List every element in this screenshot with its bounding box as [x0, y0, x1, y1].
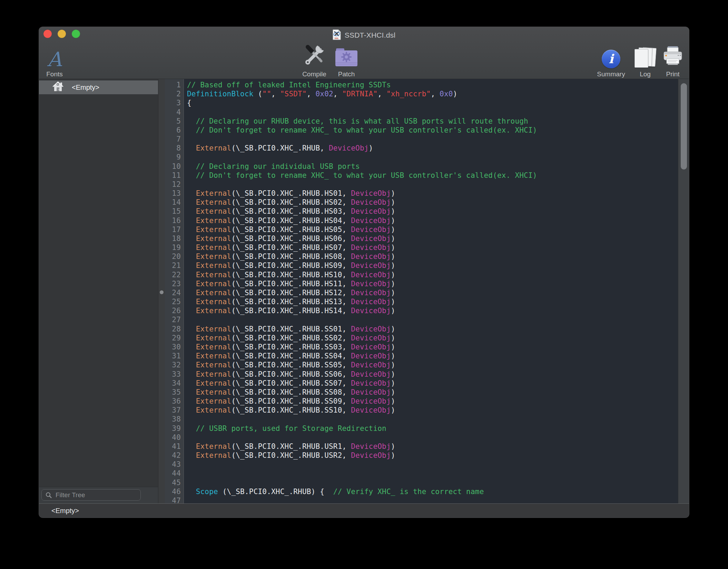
- code-line: 25 External(\_SB.PCI0.XHC_.RHUB.HS13, De…: [165, 297, 678, 306]
- line-number: 8: [165, 144, 184, 153]
- line-number: 43: [165, 460, 184, 469]
- code-line: 5 // Declaring our RHUB device, this is …: [165, 117, 678, 126]
- code-line: 26 External(\_SB.PCI0.XHC_.RHUB.HS14, De…: [165, 306, 678, 315]
- scrollbar-thumb[interactable]: [681, 83, 687, 170]
- code-text: External(\_SB.PCI0.XHC_.RHUB.HS02, Devic…: [184, 198, 395, 207]
- code-text: [184, 496, 187, 503]
- code-line: 18 External(\_SB.PCI0.XHC_.RHUB.HS06, De…: [165, 234, 678, 243]
- filter-field[interactable]: [41, 489, 141, 501]
- code-text: [184, 415, 187, 424]
- line-number: 35: [165, 388, 184, 397]
- svg-text:DSL: DSL: [335, 37, 339, 39]
- code-line: 2DefinitionBlock ("", "SSDT", 0x02, "DRT…: [165, 89, 678, 98]
- code-text: External(\_SB.PCI0.XHC_.RHUB.HS11, Devic…: [184, 279, 395, 288]
- line-number: 36: [165, 397, 184, 406]
- pane-splitter[interactable]: [158, 79, 165, 503]
- code-text: [184, 469, 187, 478]
- patch-button[interactable]: Patch: [321, 44, 372, 78]
- code-text: External(\_SB.PCI0.XHC_.RHUB.SS01, Devic…: [184, 325, 395, 334]
- code-text: External(\_SB.PCI0.XHC_.RHUB.HS10, Devic…: [184, 270, 395, 279]
- line-number: 5: [165, 117, 184, 126]
- code-text: External(\_SB.PCI0.XHC_.RHUB.USR1, Devic…: [184, 442, 395, 451]
- code-line: 12: [165, 180, 678, 189]
- code-line: 32 External(\_SB.PCI0.XHC_.RHUB.SS05, De…: [165, 360, 678, 369]
- code-text: // Declaring our RHUB device, this is wh…: [184, 117, 528, 126]
- code-text: External(\_SB.PCI0.XHC_.RHUB.HS13, Devic…: [184, 297, 395, 306]
- code-line: 11 // Don't forget to rename XHC_ to wha…: [165, 171, 678, 180]
- line-number: 16: [165, 216, 184, 225]
- code-line: 35 External(\_SB.PCI0.XHC_.RHUB.SS08, De…: [165, 388, 678, 397]
- code-line: 44: [165, 469, 678, 478]
- code-line: 6 // Don't forget to rename XHC_ to what…: [165, 126, 678, 135]
- filter-tree-input[interactable]: [55, 491, 141, 499]
- line-number: 44: [165, 469, 184, 478]
- code-line: 27: [165, 315, 678, 324]
- code-line: 8 External(\_SB.PCI0.XHC_.RHUB, DeviceOb…: [165, 144, 678, 153]
- code-text: External(\_SB.PCI0.XHC_.RHUB.USR2, Devic…: [184, 451, 395, 460]
- code-line: 36 External(\_SB.PCI0.XHC_.RHUB.SS09, De…: [165, 397, 678, 406]
- line-number: 42: [165, 451, 184, 460]
- code-line: 16 External(\_SB.PCI0.XHC_.RHUB.HS04, De…: [165, 216, 678, 225]
- titlebar-toolbar: DSL SSDT-XHCI.dsl A Fonts: [39, 27, 689, 79]
- code-text: // Don't forget to rename XHC_ to what y…: [184, 126, 537, 135]
- line-number: 27: [165, 315, 184, 324]
- line-number: 29: [165, 334, 184, 343]
- line-number: 41: [165, 442, 184, 451]
- line-number: 6: [165, 126, 184, 135]
- code-text: External(\_SB.PCI0.XHC_.RHUB.SS02, Devic…: [184, 334, 395, 343]
- code-line: 31 External(\_SB.PCI0.XHC_.RHUB.SS04, De…: [165, 351, 678, 360]
- code-text: // USBR ports, used for Storage Redirect…: [184, 424, 386, 433]
- code-line: 10 // Declaring our individual USB ports: [165, 162, 678, 171]
- line-number: 9: [165, 153, 184, 162]
- code-line: 21 External(\_SB.PCI0.XHC_.RHUB.HS09, De…: [165, 261, 678, 270]
- line-number: 17: [165, 225, 184, 234]
- code-line: 30 External(\_SB.PCI0.XHC_.RHUB.SS03, De…: [165, 343, 678, 351]
- code-text: External(\_SB.PCI0.XHC_.RHUB.HS04, Devic…: [184, 216, 395, 225]
- line-number: 1: [165, 80, 184, 89]
- code-text: Scope (\_SB.PCI0.XHC_.RHUB) { // Verify …: [184, 487, 484, 496]
- code-text: // Declaring our individual USB ports: [184, 162, 360, 171]
- code-line: 45: [165, 478, 678, 487]
- acpi-tree[interactable]: <Empty>: [39, 79, 158, 487]
- code-text: DefinitionBlock ("", "SSDT", 0x02, "DRTN…: [184, 89, 457, 98]
- title-row: DSL SSDT-XHCI.dsl: [39, 29, 689, 41]
- code-line: 3{: [165, 98, 678, 107]
- code-text: [184, 180, 187, 189]
- line-number: 33: [165, 370, 184, 379]
- code-line: 19 External(\_SB.PCI0.XHC_.RHUB.HS07, De…: [165, 243, 678, 252]
- patch-label: Patch: [338, 70, 355, 78]
- line-number: 2: [165, 89, 184, 98]
- code-line: 43: [165, 460, 678, 469]
- line-number: 13: [165, 189, 184, 198]
- line-number: 47: [165, 496, 184, 503]
- line-number: 11: [165, 171, 184, 180]
- print-button[interactable]: Print: [647, 44, 689, 78]
- code-line: 1// Based off of leaked Intel Engineerin…: [165, 80, 678, 89]
- code-line: 38: [165, 415, 678, 424]
- code-text: [184, 478, 187, 487]
- line-number: 18: [165, 234, 184, 243]
- code-text: External(\_SB.PCI0.XHC_.RHUB.HS07, Devic…: [184, 243, 395, 252]
- line-number: 3: [165, 98, 184, 107]
- fonts-button[interactable]: A Fonts: [39, 44, 80, 78]
- code-lines: 1// Based off of leaked Intel Engineerin…: [165, 80, 678, 503]
- line-number: 37: [165, 406, 184, 415]
- code-text: // Don't forget to rename XHC_ to what y…: [184, 171, 537, 180]
- code-line: 17 External(\_SB.PCI0.XHC_.RHUB.HS05, De…: [165, 225, 678, 234]
- splitter-handle-icon[interactable]: [160, 290, 164, 294]
- code-line: 14 External(\_SB.PCI0.XHC_.RHUB.HS02, De…: [165, 198, 678, 207]
- vertical-scrollbar[interactable]: [678, 79, 689, 503]
- tree-root-item[interactable]: <Empty>: [39, 80, 158, 94]
- line-number: 12: [165, 180, 184, 189]
- line-number: 20: [165, 252, 184, 261]
- code-line: 34 External(\_SB.PCI0.XHC_.RHUB.SS07, De…: [165, 379, 678, 388]
- line-number: 25: [165, 297, 184, 306]
- line-number: 31: [165, 351, 184, 360]
- code-text: External(\_SB.PCI0.XHC_.RHUB.SS08, Devic…: [184, 388, 395, 397]
- line-number: 34: [165, 379, 184, 388]
- code-editor[interactable]: 1// Based off of leaked Intel Engineerin…: [165, 79, 689, 503]
- line-number: 28: [165, 325, 184, 334]
- line-number: 32: [165, 360, 184, 369]
- line-number: 40: [165, 433, 184, 442]
- search-icon: [45, 492, 52, 499]
